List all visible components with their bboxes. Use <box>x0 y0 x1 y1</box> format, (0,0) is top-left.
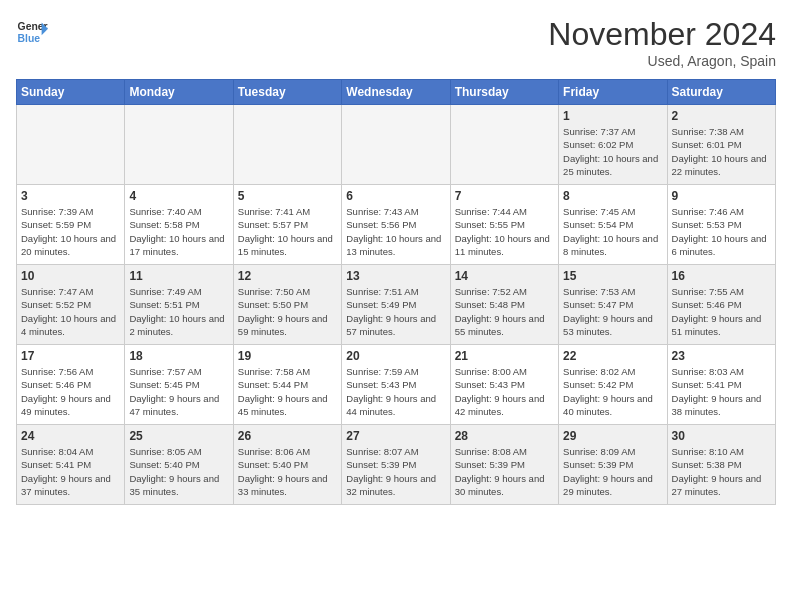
day-info: Sunrise: 7:38 AM Sunset: 6:01 PM Dayligh… <box>672 125 771 178</box>
day-number: 4 <box>129 189 228 203</box>
day-number: 28 <box>455 429 554 443</box>
day-info: Sunrise: 8:09 AM Sunset: 5:39 PM Dayligh… <box>563 445 662 498</box>
day-number: 19 <box>238 349 337 363</box>
day-number: 16 <box>672 269 771 283</box>
logo-icon: General Blue <box>16 16 48 48</box>
day-number: 1 <box>563 109 662 123</box>
day-info: Sunrise: 8:02 AM Sunset: 5:42 PM Dayligh… <box>563 365 662 418</box>
day-info: Sunrise: 7:57 AM Sunset: 5:45 PM Dayligh… <box>129 365 228 418</box>
day-info: Sunrise: 7:56 AM Sunset: 5:46 PM Dayligh… <box>21 365 120 418</box>
calendar-cell: 14Sunrise: 7:52 AM Sunset: 5:48 PM Dayli… <box>450 265 558 345</box>
page-header: General Blue November 2024 Used, Aragon,… <box>16 16 776 69</box>
day-info: Sunrise: 8:04 AM Sunset: 5:41 PM Dayligh… <box>21 445 120 498</box>
calendar-cell: 19Sunrise: 7:58 AM Sunset: 5:44 PM Dayli… <box>233 345 341 425</box>
day-number: 13 <box>346 269 445 283</box>
day-header-monday: Monday <box>125 80 233 105</box>
day-info: Sunrise: 7:46 AM Sunset: 5:53 PM Dayligh… <box>672 205 771 258</box>
calendar-week-5: 24Sunrise: 8:04 AM Sunset: 5:41 PM Dayli… <box>17 425 776 505</box>
day-info: Sunrise: 8:03 AM Sunset: 5:41 PM Dayligh… <box>672 365 771 418</box>
calendar-cell: 11Sunrise: 7:49 AM Sunset: 5:51 PM Dayli… <box>125 265 233 345</box>
calendar-cell: 26Sunrise: 8:06 AM Sunset: 5:40 PM Dayli… <box>233 425 341 505</box>
day-number: 5 <box>238 189 337 203</box>
day-info: Sunrise: 7:39 AM Sunset: 5:59 PM Dayligh… <box>21 205 120 258</box>
calendar-cell: 7Sunrise: 7:44 AM Sunset: 5:55 PM Daylig… <box>450 185 558 265</box>
calendar-cell: 20Sunrise: 7:59 AM Sunset: 5:43 PM Dayli… <box>342 345 450 425</box>
calendar-cell <box>17 105 125 185</box>
day-info: Sunrise: 7:58 AM Sunset: 5:44 PM Dayligh… <box>238 365 337 418</box>
location: Used, Aragon, Spain <box>548 53 776 69</box>
day-number: 18 <box>129 349 228 363</box>
day-info: Sunrise: 7:40 AM Sunset: 5:58 PM Dayligh… <box>129 205 228 258</box>
month-title: November 2024 <box>548 16 776 53</box>
day-number: 14 <box>455 269 554 283</box>
day-number: 12 <box>238 269 337 283</box>
calendar-week-1: 1Sunrise: 7:37 AM Sunset: 6:02 PM Daylig… <box>17 105 776 185</box>
day-number: 7 <box>455 189 554 203</box>
day-header-friday: Friday <box>559 80 667 105</box>
day-number: 24 <box>21 429 120 443</box>
calendar-cell: 23Sunrise: 8:03 AM Sunset: 5:41 PM Dayli… <box>667 345 775 425</box>
calendar-week-2: 3Sunrise: 7:39 AM Sunset: 5:59 PM Daylig… <box>17 185 776 265</box>
calendar-header-row: SundayMondayTuesdayWednesdayThursdayFrid… <box>17 80 776 105</box>
day-info: Sunrise: 7:52 AM Sunset: 5:48 PM Dayligh… <box>455 285 554 338</box>
calendar-cell: 2Sunrise: 7:38 AM Sunset: 6:01 PM Daylig… <box>667 105 775 185</box>
day-number: 17 <box>21 349 120 363</box>
day-info: Sunrise: 7:50 AM Sunset: 5:50 PM Dayligh… <box>238 285 337 338</box>
day-number: 21 <box>455 349 554 363</box>
day-header-thursday: Thursday <box>450 80 558 105</box>
day-info: Sunrise: 7:47 AM Sunset: 5:52 PM Dayligh… <box>21 285 120 338</box>
day-info: Sunrise: 8:08 AM Sunset: 5:39 PM Dayligh… <box>455 445 554 498</box>
calendar-week-4: 17Sunrise: 7:56 AM Sunset: 5:46 PM Dayli… <box>17 345 776 425</box>
day-info: Sunrise: 7:49 AM Sunset: 5:51 PM Dayligh… <box>129 285 228 338</box>
day-number: 10 <box>21 269 120 283</box>
calendar-cell: 27Sunrise: 8:07 AM Sunset: 5:39 PM Dayli… <box>342 425 450 505</box>
day-info: Sunrise: 7:51 AM Sunset: 5:49 PM Dayligh… <box>346 285 445 338</box>
day-info: Sunrise: 7:53 AM Sunset: 5:47 PM Dayligh… <box>563 285 662 338</box>
calendar-cell: 10Sunrise: 7:47 AM Sunset: 5:52 PM Dayli… <box>17 265 125 345</box>
day-number: 26 <box>238 429 337 443</box>
day-info: Sunrise: 7:45 AM Sunset: 5:54 PM Dayligh… <box>563 205 662 258</box>
calendar-cell: 12Sunrise: 7:50 AM Sunset: 5:50 PM Dayli… <box>233 265 341 345</box>
calendar-week-3: 10Sunrise: 7:47 AM Sunset: 5:52 PM Dayli… <box>17 265 776 345</box>
calendar-cell: 5Sunrise: 7:41 AM Sunset: 5:57 PM Daylig… <box>233 185 341 265</box>
calendar-cell <box>342 105 450 185</box>
day-number: 2 <box>672 109 771 123</box>
calendar-cell: 25Sunrise: 8:05 AM Sunset: 5:40 PM Dayli… <box>125 425 233 505</box>
day-number: 30 <box>672 429 771 443</box>
calendar-cell: 21Sunrise: 8:00 AM Sunset: 5:43 PM Dayli… <box>450 345 558 425</box>
day-number: 25 <box>129 429 228 443</box>
calendar-cell: 28Sunrise: 8:08 AM Sunset: 5:39 PM Dayli… <box>450 425 558 505</box>
day-number: 23 <box>672 349 771 363</box>
calendar-cell: 3Sunrise: 7:39 AM Sunset: 5:59 PM Daylig… <box>17 185 125 265</box>
day-header-sunday: Sunday <box>17 80 125 105</box>
calendar-cell: 17Sunrise: 7:56 AM Sunset: 5:46 PM Dayli… <box>17 345 125 425</box>
day-number: 27 <box>346 429 445 443</box>
calendar-cell <box>450 105 558 185</box>
day-info: Sunrise: 8:06 AM Sunset: 5:40 PM Dayligh… <box>238 445 337 498</box>
day-info: Sunrise: 7:44 AM Sunset: 5:55 PM Dayligh… <box>455 205 554 258</box>
calendar-cell: 16Sunrise: 7:55 AM Sunset: 5:46 PM Dayli… <box>667 265 775 345</box>
day-number: 15 <box>563 269 662 283</box>
day-info: Sunrise: 7:55 AM Sunset: 5:46 PM Dayligh… <box>672 285 771 338</box>
calendar-cell: 6Sunrise: 7:43 AM Sunset: 5:56 PM Daylig… <box>342 185 450 265</box>
day-info: Sunrise: 7:59 AM Sunset: 5:43 PM Dayligh… <box>346 365 445 418</box>
day-number: 22 <box>563 349 662 363</box>
day-info: Sunrise: 8:00 AM Sunset: 5:43 PM Dayligh… <box>455 365 554 418</box>
calendar-cell <box>125 105 233 185</box>
calendar-cell: 9Sunrise: 7:46 AM Sunset: 5:53 PM Daylig… <box>667 185 775 265</box>
calendar-cell: 18Sunrise: 7:57 AM Sunset: 5:45 PM Dayli… <box>125 345 233 425</box>
day-number: 9 <box>672 189 771 203</box>
calendar-cell: 22Sunrise: 8:02 AM Sunset: 5:42 PM Dayli… <box>559 345 667 425</box>
calendar-cell: 24Sunrise: 8:04 AM Sunset: 5:41 PM Dayli… <box>17 425 125 505</box>
calendar-cell: 1Sunrise: 7:37 AM Sunset: 6:02 PM Daylig… <box>559 105 667 185</box>
logo: General Blue <box>16 16 48 48</box>
title-block: November 2024 Used, Aragon, Spain <box>548 16 776 69</box>
calendar-cell: 8Sunrise: 7:45 AM Sunset: 5:54 PM Daylig… <box>559 185 667 265</box>
day-info: Sunrise: 8:10 AM Sunset: 5:38 PM Dayligh… <box>672 445 771 498</box>
day-info: Sunrise: 7:37 AM Sunset: 6:02 PM Dayligh… <box>563 125 662 178</box>
calendar-cell <box>233 105 341 185</box>
day-header-wednesday: Wednesday <box>342 80 450 105</box>
day-info: Sunrise: 8:05 AM Sunset: 5:40 PM Dayligh… <box>129 445 228 498</box>
day-number: 3 <box>21 189 120 203</box>
day-info: Sunrise: 8:07 AM Sunset: 5:39 PM Dayligh… <box>346 445 445 498</box>
